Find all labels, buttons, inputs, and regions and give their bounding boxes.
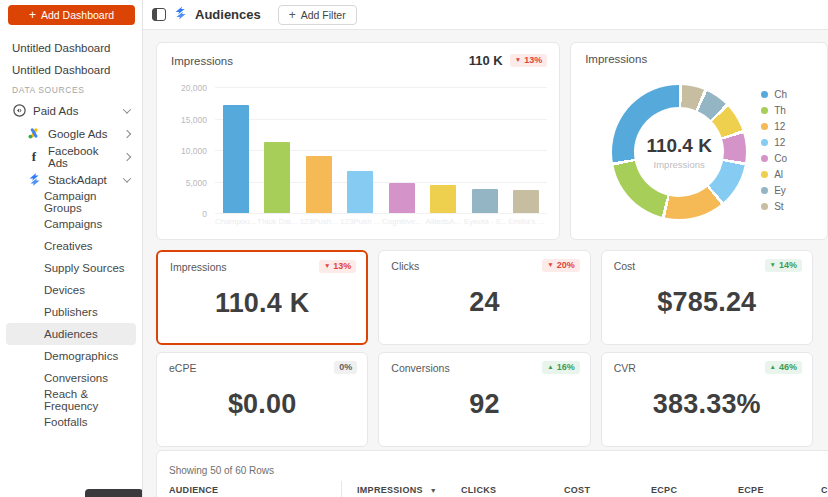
change-badge: ▲16% — [542, 361, 579, 374]
legend-item[interactable]: Co — [761, 150, 787, 166]
kpi-card-conversions[interactable]: Conversions▲16%92 — [378, 352, 590, 447]
legend-label: Co — [774, 153, 787, 164]
kpi-value: 383.33% — [602, 389, 812, 420]
bar[interactable] — [347, 171, 373, 213]
bar[interactable] — [389, 183, 415, 213]
sidebar-item-creatives[interactable]: Creatives — [6, 235, 136, 257]
legend-item[interactable]: 12 — [761, 118, 787, 134]
y-axis-tick-label: 0 — [171, 209, 207, 219]
arrow-down-icon: ▼ — [515, 57, 521, 64]
sidebar-item-footfalls[interactable]: Footfalls — [6, 411, 136, 433]
legend-item[interactable]: St — [761, 198, 787, 214]
legend-dot-icon — [761, 123, 768, 130]
add-dashboard-label: Add Dashboard — [41, 9, 114, 21]
chevron-down-icon — [123, 105, 131, 113]
column-header-label: CLICKS — [461, 485, 496, 495]
add-filter-button[interactable]: + Add Filter — [278, 5, 357, 25]
kpi-value: 92 — [379, 389, 589, 420]
sidebar-toggle-icon[interactable] — [152, 8, 166, 21]
legend-item[interactable]: 12 — [761, 134, 787, 150]
arrow-down-icon: ▼ — [324, 263, 330, 270]
kpi-value: 24 — [379, 287, 589, 318]
bar[interactable] — [472, 189, 498, 213]
sidebar-item-supply-sources[interactable]: Supply Sources — [6, 257, 136, 279]
dashboard-list-item[interactable]: Untitled Dashboard — [0, 37, 142, 59]
change-badge: ▲46% — [765, 361, 802, 374]
column-divider — [341, 481, 342, 497]
column-header-con[interactable]: CON — [821, 485, 828, 495]
legend-item[interactable]: Al — [761, 166, 787, 182]
chevron-right-icon — [123, 152, 131, 160]
legend-item[interactable]: Ey — [761, 182, 787, 198]
change-value: 14% — [779, 261, 797, 270]
column-header-ecpc[interactable]: ECPC — [651, 485, 677, 495]
bar-column — [257, 87, 299, 213]
sidebar-item-google-ads[interactable]: Google Ads — [0, 122, 142, 145]
legend-item[interactable]: Ch — [761, 86, 787, 102]
bar[interactable] — [513, 190, 539, 213]
stackadapt-icon — [27, 173, 41, 187]
audience-table-card: Showing 50 of 60 Rows AUDIENCEIMPRESSION… — [156, 450, 828, 497]
kpi-label: Clicks — [391, 260, 419, 272]
kpi-card-ecpe[interactable]: eCPE0%$0.00 — [156, 352, 368, 447]
sidebar-item-audiences[interactable]: Audiences — [6, 323, 136, 345]
paid-ads-label: Paid Ads — [33, 105, 117, 117]
arrow-up-icon: ▲ — [770, 364, 776, 371]
sidebar-item-campaigns[interactable]: Campaigns — [6, 213, 136, 235]
sidebar-item-publishers[interactable]: Publishers — [6, 301, 136, 323]
column-header-audience[interactable]: AUDIENCE — [169, 485, 218, 495]
legend-label: Al — [774, 169, 783, 180]
sidebar-item-stackadapt[interactable]: StackAdapt — [0, 168, 142, 191]
donut-center: 110.4 K Impressions — [634, 107, 724, 197]
change-value: 13% — [333, 262, 351, 271]
dashboard-list-item[interactable]: Untitled Dashboard — [0, 59, 142, 81]
kpi-card-cost[interactable]: Cost▼14%$785.24 — [601, 250, 813, 345]
bar[interactable] — [264, 142, 290, 213]
kpi-grid: Impressions▼13%110.4 KClicks▼20%24Cost▼1… — [156, 250, 813, 447]
legend-dot-icon — [761, 107, 768, 114]
donut-legend: ChTh1212CoAlEySt — [761, 86, 787, 214]
sidebar-item-paid-ads[interactable]: Paid Ads — [0, 99, 142, 122]
sidebar-item-demographics[interactable]: Demographics — [6, 345, 136, 367]
kpi-label: Cost — [614, 260, 636, 272]
bar[interactable] — [306, 156, 332, 213]
sidebar-item-conversions[interactable]: Conversions — [6, 367, 136, 389]
change-value: 0% — [339, 363, 352, 372]
kpi-label: Conversions — [391, 362, 449, 374]
legend-dot-icon — [761, 91, 768, 98]
donut-center-value: 110.4 K — [646, 135, 712, 157]
kpi-card-cvr[interactable]: CVR▲46%383.33% — [601, 352, 813, 447]
change-badge: ▼ 13% — [510, 54, 547, 67]
kpi-card-impressions[interactable]: Impressions▼13%110.4 K — [156, 250, 368, 345]
sidebar-item-campaign-groups[interactable]: Campaign Groups — [6, 191, 136, 213]
legend-label: 12 — [774, 137, 785, 148]
change-badge: ▼13% — [319, 260, 356, 273]
legend-dot-icon — [761, 187, 768, 194]
arrow-down-icon: ▼ — [547, 262, 553, 269]
dashboard-content: Impressions 110 K ▼ 13% 20,00015,00010,0… — [143, 30, 828, 497]
sidebar-item-facebook-ads[interactable]: f Facebook Ads — [0, 145, 142, 168]
add-dashboard-button[interactable]: + Add Dashboard — [8, 5, 135, 25]
sidebar-item-reach-frequency[interactable]: Reach & Frequency — [6, 389, 136, 411]
legend-item[interactable]: Th — [761, 102, 787, 118]
legend-label: Ey — [774, 185, 786, 196]
topbar: Audiences + Add Filter — [143, 0, 828, 30]
column-header-clicks[interactable]: CLICKS — [461, 485, 496, 495]
kpi-card-clicks[interactable]: Clicks▼20%24 — [378, 250, 590, 345]
sidebar-item-devices[interactable]: Devices — [6, 279, 136, 301]
kpi-label: eCPE — [169, 362, 196, 374]
column-header-label: AUDIENCE — [169, 485, 218, 495]
change-value: 46% — [779, 363, 797, 372]
bar[interactable] — [430, 185, 456, 213]
legend-label: Ch — [774, 89, 787, 100]
bar-column — [423, 87, 465, 213]
x-axis-tick-label: Emilia's ... — [506, 217, 548, 226]
legend-label: 12 — [774, 121, 785, 132]
column-header-ecpe[interactable]: ECPE — [738, 485, 764, 495]
column-header-cost[interactable]: COST — [564, 485, 590, 495]
bar[interactable] — [223, 105, 249, 213]
x-axis-tick-label: 123Push ... — [340, 217, 382, 226]
y-axis-tick-label: 15,000 — [171, 115, 207, 125]
stackadapt-icon — [175, 6, 186, 24]
column-header-impressions[interactable]: IMPRESSIONS▼ — [357, 485, 437, 495]
